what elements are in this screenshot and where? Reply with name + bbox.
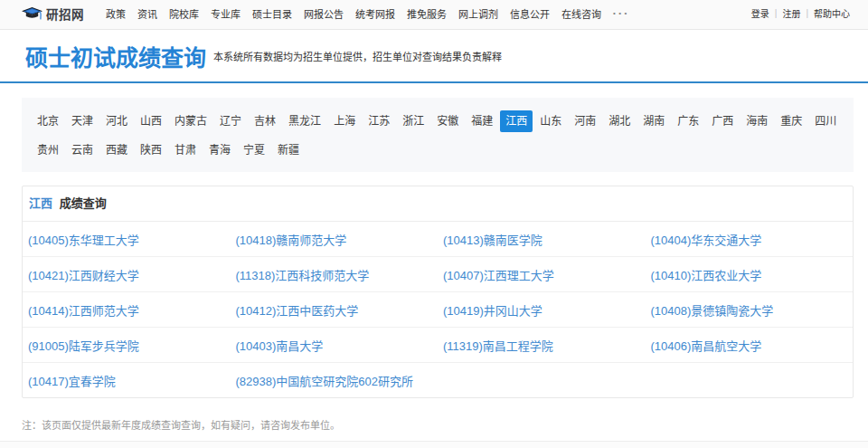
province-link[interactable]: 吉林 xyxy=(249,110,281,132)
province-item: 广东 xyxy=(672,110,704,132)
university-link[interactable]: (11319)南昌工程学院 xyxy=(443,339,553,353)
province-item: 四川 xyxy=(809,110,842,132)
table-cell: (10405)东华理工大学 xyxy=(23,222,231,257)
province-item: 西藏 xyxy=(100,139,133,161)
table-cell: (10407)江西理工大学 xyxy=(438,257,646,292)
page-note: 注：该页面仅提供最新年度成绩查询查询，如有疑问，请咨询发布单位。 xyxy=(22,418,868,433)
university-link[interactable]: (10413)赣南医学院 xyxy=(443,234,542,247)
university-links-body: (10405)东华理工大学(10418)赣南师范大学(10413)赣南医学院(1… xyxy=(23,222,853,397)
province-item: 北京 xyxy=(32,110,64,132)
auth-links: 登录 | 注册 | 帮助中心 xyxy=(751,6,850,20)
table-row: (10405)东华理工大学(10418)赣南师范大学(10413)赣南医学院(1… xyxy=(23,222,853,257)
province-item: 甘肃 xyxy=(169,139,202,161)
university-link[interactable]: (10404)华东交通大学 xyxy=(651,234,762,247)
province-link[interactable]: 贵州 xyxy=(32,139,64,161)
table-cell: (10419)井冈山大学 xyxy=(438,292,646,328)
province-link[interactable]: 安徽 xyxy=(431,110,464,132)
page-title: 硕士初试成绩查询 xyxy=(25,40,206,72)
university-link[interactable]: (10418)赣南师范大学 xyxy=(236,234,347,247)
province-link[interactable]: 河南 xyxy=(569,110,601,132)
table-cell xyxy=(646,363,854,398)
table-row: (10414)江西师范大学(10412)江西中医药大学(10419)井冈山大学(… xyxy=(23,292,853,328)
province-item: 青海 xyxy=(203,139,236,161)
province-item: 云南 xyxy=(66,139,99,161)
university-link[interactable]: (10406)南昌航空大学 xyxy=(651,339,762,353)
login-link[interactable]: 登录 xyxy=(751,6,769,20)
nav-link[interactable]: 专业库 xyxy=(211,9,241,20)
province-link[interactable]: 陕西 xyxy=(135,139,167,161)
province-link[interactable]: 北京 xyxy=(32,110,64,132)
register-link[interactable]: 注册 xyxy=(782,6,800,20)
province-link[interactable]: 青海 xyxy=(203,139,236,161)
nav-link[interactable]: 信息公开 xyxy=(510,9,550,20)
province-link[interactable]: 河北 xyxy=(100,110,133,132)
university-link[interactable]: (10412)江西中医药大学 xyxy=(236,304,359,318)
province-link[interactable]: 宁夏 xyxy=(238,139,270,161)
province-link[interactable]: 江西 xyxy=(500,110,533,132)
province-link[interactable]: 湖北 xyxy=(603,110,636,132)
panel-region-label: 江西 xyxy=(29,196,52,210)
university-link[interactable]: (82938)中国航空研究院602研究所 xyxy=(236,375,414,388)
university-link[interactable]: (10403)南昌大学 xyxy=(236,339,324,353)
province-link[interactable]: 辽宁 xyxy=(214,110,247,132)
university-link[interactable]: (10414)江西师范大学 xyxy=(28,304,139,318)
nav-link[interactable]: 网上调剂 xyxy=(458,9,498,20)
nav-link[interactable]: 推免服务 xyxy=(407,9,447,20)
table-cell: (10406)南昌航空大学 xyxy=(646,328,854,363)
province-link[interactable]: 新疆 xyxy=(272,139,305,161)
university-link[interactable]: (91005)陆军步兵学院 xyxy=(28,339,139,353)
province-link[interactable]: 重庆 xyxy=(775,110,807,132)
province-item: 天津 xyxy=(66,110,99,132)
province-link[interactable]: 浙江 xyxy=(397,110,429,132)
nav-link[interactable]: 资讯 xyxy=(137,9,157,20)
province-link[interactable]: 福建 xyxy=(466,110,498,132)
province-link[interactable]: 内蒙古 xyxy=(169,110,212,132)
nav-item: 硕士目录 xyxy=(252,5,292,22)
auth-separator: | xyxy=(806,8,808,18)
province-link[interactable]: 天津 xyxy=(66,110,99,132)
university-link[interactable]: (10408)景德镇陶瓷大学 xyxy=(651,304,774,318)
university-link[interactable]: (10417)宜春学院 xyxy=(28,375,116,388)
province-item: 山东 xyxy=(534,110,567,132)
university-link[interactable]: (10419)井冈山大学 xyxy=(443,304,542,318)
nav-item: 信息公开 xyxy=(510,5,550,22)
province-item: 内蒙古 xyxy=(169,110,212,132)
graduation-cap-icon xyxy=(22,6,43,20)
province-item: 江苏 xyxy=(363,110,395,132)
province-link[interactable]: 山西 xyxy=(135,110,167,132)
province-link[interactable]: 湖南 xyxy=(637,110,670,132)
university-link[interactable]: (10407)江西理工大学 xyxy=(443,269,554,282)
nav-more-dots[interactable]: ••• xyxy=(613,9,630,17)
nav-link[interactable]: 硕士目录 xyxy=(252,9,292,20)
university-link[interactable]: (10410)江西农业大学 xyxy=(651,269,762,282)
province-link[interactable]: 云南 xyxy=(66,139,99,161)
province-link[interactable]: 黑龙江 xyxy=(283,110,326,132)
help-center-link[interactable]: 帮助中心 xyxy=(814,6,850,20)
nav-link[interactable]: 在线咨询 xyxy=(561,9,601,20)
province-link[interactable]: 海南 xyxy=(741,110,773,132)
table-cell: (10404)华东交通大学 xyxy=(646,222,854,257)
province-selector: 北京天津河北山西内蒙古辽宁吉林黑龙江上海江苏浙江安徽福建江西山东河南湖北湖南广东… xyxy=(22,98,854,172)
province-link[interactable]: 上海 xyxy=(328,110,361,132)
university-link[interactable]: (10421)江西财经大学 xyxy=(28,269,139,282)
province-link[interactable]: 四川 xyxy=(809,110,842,132)
province-item: 湖南 xyxy=(637,110,670,132)
nav-link[interactable]: 政策 xyxy=(106,9,126,20)
table-cell: (10421)江西财经大学 xyxy=(23,257,231,292)
nav-link[interactable]: 院校库 xyxy=(169,9,199,20)
province-link[interactable]: 西藏 xyxy=(100,139,133,161)
site-logo[interactable]: 研招网 xyxy=(22,5,84,23)
page-subtitle: 本系统所有数据均为招生单位提供，招生单位对查询结果负责解释 xyxy=(213,49,502,63)
nav-link[interactable]: 统考网报 xyxy=(355,9,395,20)
province-link[interactable]: 山东 xyxy=(534,110,567,132)
province-link[interactable]: 广东 xyxy=(672,110,704,132)
university-link[interactable]: (10405)东华理工大学 xyxy=(28,234,139,247)
province-link[interactable]: 广西 xyxy=(706,110,739,132)
nav-link[interactable]: 网报公告 xyxy=(304,9,344,20)
university-link[interactable]: (11318)江西科技师范大学 xyxy=(236,269,370,282)
province-link[interactable]: 江苏 xyxy=(363,110,395,132)
province-link[interactable]: 甘肃 xyxy=(169,139,202,161)
province-row: 北京天津河北山西内蒙古辽宁吉林黑龙江上海江苏浙江安徽福建江西山东河南湖北湖南广东… xyxy=(32,110,854,132)
province-item: 贵州 xyxy=(32,139,64,161)
province-item: 河北 xyxy=(100,110,133,132)
